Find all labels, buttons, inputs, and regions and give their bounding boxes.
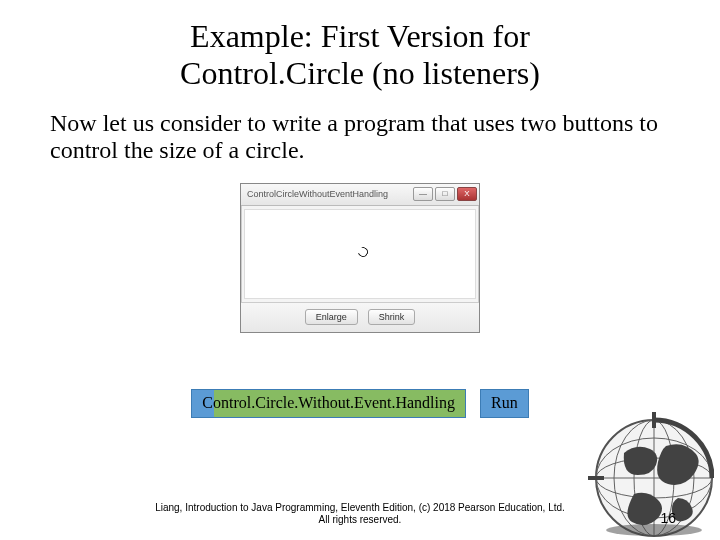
slide-title: Example: First Version for Control.Circl… xyxy=(0,0,720,92)
window-controls: — □ X xyxy=(413,187,477,201)
maximize-icon: □ xyxy=(435,187,455,201)
shrink-button: Shrink xyxy=(368,309,416,325)
run-link-label: Run xyxy=(491,394,518,411)
footer-line-1: Liang, Introduction to Java Programming,… xyxy=(155,502,565,513)
body-paragraph: Now let us consider to write a program t… xyxy=(0,92,720,165)
canvas-area xyxy=(244,209,476,299)
enlarge-button: Enlarge xyxy=(305,309,358,325)
example-screenshot: ControlCircleWithoutEventHandling — □ X … xyxy=(240,183,480,333)
footer-line-2: All rights reserved. xyxy=(319,514,402,525)
title-line-2: Control.Circle (no listeners) xyxy=(180,55,540,91)
close-icon: X xyxy=(457,187,477,201)
title-line-1: Example: First Version for xyxy=(190,18,530,54)
run-link[interactable]: Run xyxy=(480,389,529,418)
copyright-footer: Liang, Introduction to Java Programming,… xyxy=(0,502,720,526)
window-titlebar: ControlCircleWithoutEventHandling — □ X xyxy=(241,184,479,206)
code-link-label: Control.Circle.Without.Event.Handling xyxy=(202,394,455,411)
button-row: Enlarge Shrink xyxy=(241,302,479,332)
code-link[interactable]: Control.Circle.Without.Event.Handling xyxy=(191,389,466,418)
page-number: 16 xyxy=(660,510,676,526)
window-title: ControlCircleWithoutEventHandling xyxy=(247,189,388,199)
minimize-icon: — xyxy=(413,187,433,201)
circle-shape xyxy=(356,245,370,259)
